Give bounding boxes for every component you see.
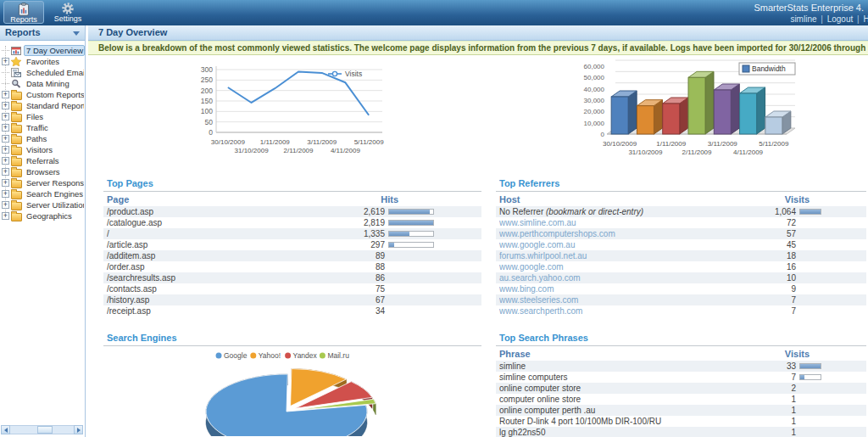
sidebar-item-server-utilization[interactable]: +Server Utilization xyxy=(0,199,85,210)
expand-icon[interactable]: + xyxy=(2,201,9,209)
sidebar-item-label: Standard Reports xyxy=(24,100,85,111)
sidebar-item-standard-reports[interactable]: +Standard Reports xyxy=(0,100,85,111)
folder-icon xyxy=(11,189,22,199)
table-row: computer online store1 xyxy=(496,394,866,405)
sidebar-item-scheduled-email-reports[interactable]: Scheduled Email Reports xyxy=(0,67,85,78)
svg-text:30/10/2009: 30/10/2009 xyxy=(603,140,637,148)
top-referrers-section: Top ReferrersHostVisitsNo Referrer (book… xyxy=(496,178,866,317)
row-label: Router D-link 4 port 10/100Mb DIR-100/RU xyxy=(499,417,747,426)
row-label: lg gh22ns50 xyxy=(499,428,747,437)
bandwidth-bar-chart: 010,00020,00030,00040,00050,00060,00030/… xyxy=(576,58,814,165)
row-value: 72 xyxy=(747,218,796,227)
scrollbar-track[interactable] xyxy=(10,425,74,434)
row-label: online computer perth .au xyxy=(499,406,747,415)
expand-icon[interactable]: + xyxy=(2,91,9,98)
row-link[interactable]: www.perthcomputershops.com xyxy=(499,229,747,238)
sidebar-item-paths[interactable]: +Paths xyxy=(0,133,85,144)
sidebar-item-label: Traffic xyxy=(24,122,51,133)
table-row: simline33 xyxy=(496,361,866,372)
row-link[interactable]: au.search.yahoo.com xyxy=(499,273,747,283)
row-label: simline xyxy=(499,361,747,371)
svg-text:Visits: Visits xyxy=(345,70,362,78)
row-label: / xyxy=(107,229,336,238)
row-value: 45 xyxy=(747,240,796,249)
row-label: /contacts.asp xyxy=(107,284,336,294)
table-row: online computer perth .au1 xyxy=(496,405,866,416)
svg-text:4/11/2009: 4/11/2009 xyxy=(331,147,361,154)
folder-icon xyxy=(11,123,22,132)
smarterstats-app: Reports Settings SmarterStats Enterprise… xyxy=(0,0,868,437)
expand-icon[interactable]: + xyxy=(2,179,9,187)
svg-text:31/10/2009: 31/10/2009 xyxy=(235,147,270,154)
sidebar-horizontal-scrollbar xyxy=(1,425,83,434)
app-title: SmarterStats Enterprise 4. xyxy=(754,3,864,13)
row-link[interactable]: www.bing.com xyxy=(499,284,747,294)
separator: | xyxy=(817,14,827,24)
row-link[interactable]: www.searchperth.com xyxy=(499,306,747,316)
expand-icon[interactable]: + xyxy=(2,135,9,143)
svg-text:150: 150 xyxy=(201,97,213,105)
expand-icon[interactable]: + xyxy=(2,212,9,220)
scrollbar-thumb[interactable] xyxy=(37,426,53,434)
row-value: 88 xyxy=(336,262,385,272)
expand-icon[interactable]: + xyxy=(2,124,9,132)
row-link[interactable]: www.steelseries.com xyxy=(499,295,747,305)
user-link-help[interactable]: Help xyxy=(863,14,868,24)
value-gauge xyxy=(799,209,821,215)
svg-text:31/10/2009: 31/10/2009 xyxy=(628,148,663,156)
svg-text:0: 0 xyxy=(209,128,213,137)
row-label: No Referrer (bookmark or direct-entry) xyxy=(499,207,747,216)
row-label: /catalogue.asp xyxy=(107,218,336,227)
row-value: 75 xyxy=(336,284,385,294)
row-value: 16 xyxy=(747,262,796,272)
user-link-logout[interactable]: Logout xyxy=(827,14,854,24)
row-link[interactable]: forums.whirlpool.net.au xyxy=(499,251,747,261)
sidebar-item-traffic[interactable]: +Traffic xyxy=(0,122,85,133)
row-link[interactable]: www.google.com xyxy=(499,262,747,272)
sidebar-item-geographics[interactable]: +Geographics xyxy=(0,210,85,221)
sidebar-item-data-mining[interactable]: Data Mining xyxy=(0,78,85,89)
expand-icon[interactable]: + xyxy=(2,58,9,65)
user-links: simline | Logout | Help xyxy=(790,14,868,24)
sidebar-item-browsers[interactable]: +Browsers xyxy=(0,166,85,177)
expand-icon[interactable]: + xyxy=(2,190,9,198)
section-title: Top Referrers xyxy=(496,178,866,192)
sidebar-item-referrals[interactable]: +Referrals xyxy=(0,155,85,166)
reports-nav-button[interactable]: Reports xyxy=(3,1,44,24)
table-row: /additem.asp89 xyxy=(103,250,481,261)
table-row: simline computers7 xyxy=(496,372,866,383)
sidebar-item-favorites[interactable]: +Favorites xyxy=(0,56,85,67)
expand-icon[interactable]: + xyxy=(2,168,9,176)
row-value: 7 xyxy=(747,306,796,316)
scroll-left-button[interactable] xyxy=(1,425,10,434)
reports-icon xyxy=(4,3,43,16)
svg-text:Mail.ru: Mail.ru xyxy=(327,351,349,360)
row-link[interactable]: www.simline.com.au xyxy=(499,218,747,227)
sidebar-item-custom-reports[interactable]: +Custom Reports xyxy=(0,89,85,100)
table-row: /1,335 xyxy=(103,228,481,239)
expand-icon[interactable]: + xyxy=(2,102,9,109)
svg-text:Google: Google xyxy=(224,351,248,360)
table-row: www.perthcomputershops.com57 xyxy=(496,228,866,239)
row-value: 7 xyxy=(747,373,796,382)
svg-text:2/11/2009: 2/11/2009 xyxy=(284,147,314,154)
scroll-right-button[interactable] xyxy=(74,425,83,434)
expand-icon[interactable]: + xyxy=(2,146,9,154)
sidebar-header[interactable]: Reports xyxy=(0,25,85,41)
expand-icon[interactable]: + xyxy=(2,157,9,165)
table-row: www.bing.com9 xyxy=(496,283,866,294)
user-link-simline[interactable]: simline xyxy=(790,14,816,24)
calendar-report-icon xyxy=(11,46,22,55)
sidebar-item-server-responses[interactable]: +Server Responses xyxy=(0,177,85,188)
sidebar-item-7-day-overview[interactable]: 7 Day Overview xyxy=(0,45,85,56)
sidebar-item-search-engines[interactable]: +Search Engines xyxy=(0,188,85,199)
row-value: 1 xyxy=(747,417,796,426)
star-icon xyxy=(11,57,22,66)
row-link[interactable]: www.google.com.au xyxy=(499,240,747,249)
expand-icon[interactable]: + xyxy=(2,113,9,120)
settings-nav-button[interactable]: Settings xyxy=(47,1,88,24)
sidebar-item-files[interactable]: +Files xyxy=(0,111,85,122)
sidebar-item-visitors[interactable]: +Visitors xyxy=(0,144,85,155)
value-gauge xyxy=(388,220,434,226)
data-mining-icon xyxy=(11,79,22,88)
